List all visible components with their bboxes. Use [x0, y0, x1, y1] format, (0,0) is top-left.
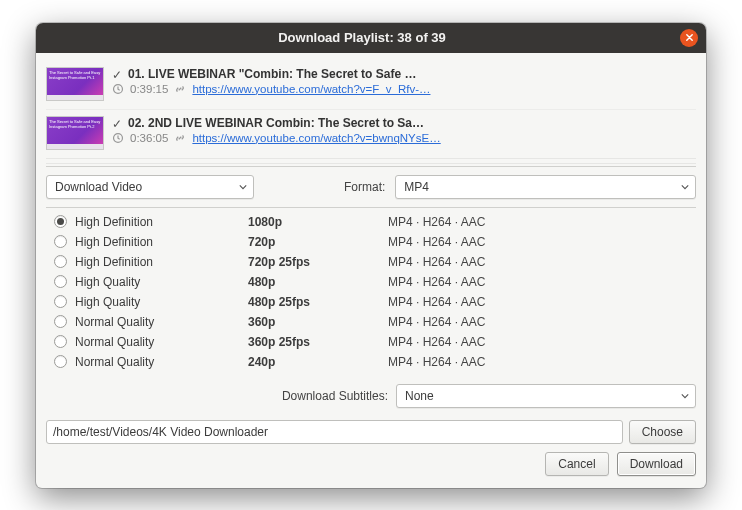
choose-path-button[interactable]: Choose — [629, 420, 696, 444]
quality-codec: MP4 · H264 · AAC — [388, 315, 694, 329]
playlist-item-meta: ✓ 02. 2ND LIVE WEBINAR Combin: The Secre… — [112, 116, 696, 144]
quality-row[interactable]: High Quality 480p MP4 · H264 · AAC — [48, 272, 694, 292]
format-select-value: MP4 — [404, 180, 429, 194]
quality-row[interactable]: High Definition 720p 25fps MP4 · H264 · … — [48, 252, 694, 272]
playlist-item-meta: ✓ 01. LIVE WEBINAR "Combin: The Secret t… — [112, 67, 696, 95]
chevron-down-icon — [673, 180, 689, 194]
playlist-item[interactable]: The Secret to Safe and Easy Instagram Pr… — [46, 109, 696, 158]
quality-label: High Quality — [75, 295, 140, 309]
format-select[interactable]: MP4 — [395, 175, 696, 199]
action-select-value: Download Video — [55, 180, 142, 194]
check-icon: ✓ — [112, 117, 122, 131]
playlist-item[interactable]: The Secret to Safe and Easy Instagram Pr… — [46, 61, 696, 109]
radio-button[interactable] — [54, 235, 67, 248]
playlist-item-duration: 0:39:15 — [130, 83, 168, 95]
playlist-item-partial — [46, 158, 696, 164]
quality-label: High Definition — [75, 235, 153, 249]
quality-resolution: 1080p — [248, 215, 388, 229]
chevron-down-icon — [673, 389, 689, 403]
video-thumbnail: The Secret to Safe and Easy Instagram Pr… — [46, 116, 104, 150]
dialog-footer: Cancel Download — [46, 452, 696, 476]
playlist-item-title: 01. LIVE WEBINAR "Combin: The Secret to … — [128, 67, 416, 81]
clock-icon — [112, 132, 124, 144]
quality-codec: MP4 · H264 · AAC — [388, 355, 694, 369]
save-path-input[interactable] — [46, 420, 623, 444]
quality-codec: MP4 · H264 · AAC — [388, 335, 694, 349]
quality-codec: MP4 · H264 · AAC — [388, 255, 694, 269]
quality-codec: MP4 · H264 · AAC — [388, 275, 694, 289]
check-icon: ✓ — [112, 68, 122, 82]
radio-button[interactable] — [54, 315, 67, 328]
playlist-item-url[interactable]: https://www.youtube.com/watch?v=F_v_Rfv-… — [192, 83, 430, 95]
quality-label: High Quality — [75, 275, 140, 289]
quality-row[interactable]: High Definition 720p MP4 · H264 · AAC — [48, 232, 694, 252]
link-icon — [174, 83, 186, 95]
quality-row[interactable]: Normal Quality 240p MP4 · H264 · AAC — [48, 352, 694, 372]
dialog-content: The Secret to Safe and Easy Instagram Pr… — [36, 53, 706, 488]
playlist-item-duration: 0:36:05 — [130, 132, 168, 144]
quality-row[interactable]: Normal Quality 360p 25fps MP4 · H264 · A… — [48, 332, 694, 352]
playlist-item-title: 02. 2ND LIVE WEBINAR Combin: The Secret … — [128, 116, 424, 130]
quality-codec: MP4 · H264 · AAC — [388, 235, 694, 249]
quality-label: High Definition — [75, 255, 153, 269]
quality-codec: MP4 · H264 · AAC — [388, 215, 694, 229]
quality-codec: MP4 · H264 · AAC — [388, 295, 694, 309]
quality-resolution: 360p — [248, 315, 388, 329]
dialog-window: Download Playlist: 38 of 39 The Secret t… — [36, 23, 706, 488]
radio-button[interactable] — [54, 295, 67, 308]
close-button[interactable] — [680, 29, 698, 47]
cancel-button[interactable]: Cancel — [545, 452, 608, 476]
playlist-list: The Secret to Safe and Easy Instagram Pr… — [46, 61, 696, 167]
clock-icon — [112, 83, 124, 95]
quality-label: High Definition — [75, 215, 153, 229]
radio-button[interactable] — [54, 335, 67, 348]
quality-resolution: 480p 25fps — [248, 295, 388, 309]
download-button[interactable]: Download — [617, 452, 696, 476]
subtitles-select-value: None — [405, 389, 434, 403]
radio-button[interactable] — [54, 255, 67, 268]
radio-button[interactable] — [54, 275, 67, 288]
radio-button[interactable] — [54, 215, 67, 228]
subtitles-select[interactable]: None — [396, 384, 696, 408]
quality-resolution: 720p 25fps — [248, 255, 388, 269]
subtitles-row: Download Subtitles: None — [46, 378, 696, 418]
titlebar[interactable]: Download Playlist: 38 of 39 — [36, 23, 706, 53]
quality-row[interactable]: High Quality 480p 25fps MP4 · H264 · AAC — [48, 292, 694, 312]
link-icon — [174, 132, 186, 144]
close-icon — [685, 32, 694, 44]
quality-label: Normal Quality — [75, 335, 154, 349]
quality-label: Normal Quality — [75, 355, 154, 369]
quality-resolution: 480p — [248, 275, 388, 289]
quality-row[interactable]: High Definition 1080p MP4 · H264 · AAC — [48, 212, 694, 232]
chevron-down-icon — [231, 180, 247, 194]
video-thumbnail: The Secret to Safe and Easy Instagram Pr… — [46, 67, 104, 101]
save-path-row: Choose — [46, 418, 696, 452]
quality-label: Normal Quality — [75, 315, 154, 329]
action-select[interactable]: Download Video — [46, 175, 254, 199]
separator — [46, 207, 696, 208]
quality-resolution: 720p — [248, 235, 388, 249]
window-title: Download Playlist: 38 of 39 — [44, 30, 680, 45]
format-label: Format: — [344, 180, 385, 194]
radio-button[interactable] — [54, 355, 67, 368]
action-format-row: Download Video Format: MP4 — [46, 171, 696, 203]
quality-resolution: 360p 25fps — [248, 335, 388, 349]
quality-resolution: 240p — [248, 355, 388, 369]
playlist-item-url[interactable]: https://www.youtube.com/watch?v=bwnqNYsE… — [192, 132, 440, 144]
quality-row[interactable]: Normal Quality 360p MP4 · H264 · AAC — [48, 312, 694, 332]
subtitles-label: Download Subtitles: — [282, 389, 388, 403]
quality-table: High Definition 1080p MP4 · H264 · AAC H… — [46, 210, 696, 378]
